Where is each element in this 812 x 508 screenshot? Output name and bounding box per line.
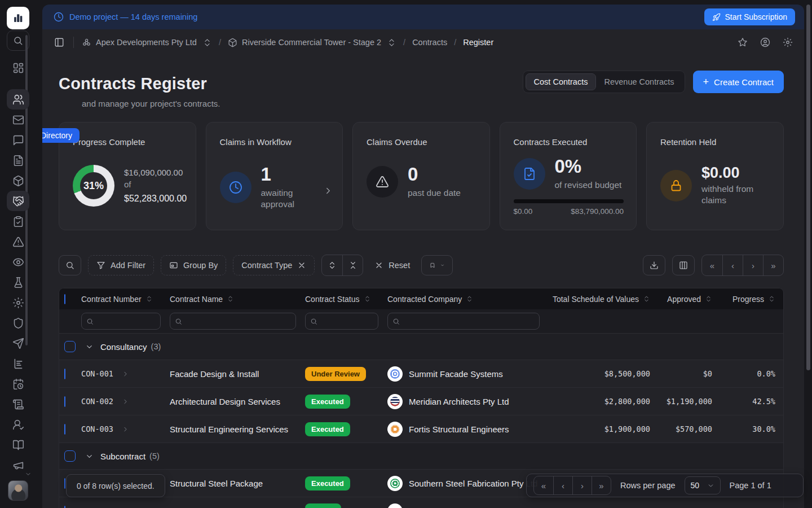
col-contracted-company[interactable]: Contracted Company xyxy=(387,295,549,304)
scroll-icon[interactable] xyxy=(7,394,29,414)
col-total-schedule[interactable]: Total Schedule of Values xyxy=(549,295,658,304)
row-checkbox[interactable] xyxy=(64,506,65,508)
sort-icon xyxy=(705,295,712,303)
eye-icon[interactable] xyxy=(7,252,29,272)
next-page-button[interactable]: › xyxy=(572,476,592,494)
directory-tooltip: Directory xyxy=(42,128,80,143)
package-icon[interactable] xyxy=(7,170,29,191)
prev-page-button[interactable]: ‹ xyxy=(553,476,572,494)
group-checkbox[interactable] xyxy=(64,341,76,352)
saved-views-button[interactable] xyxy=(421,255,453,275)
chevron-right-icon[interactable] xyxy=(323,186,333,196)
search-button[interactable] xyxy=(59,255,81,275)
first-page-button[interactable]: « xyxy=(534,476,553,494)
prev-page-button[interactable]: ‹ xyxy=(722,255,743,275)
card-claims-in-workflow[interactable]: Claims in Workflow 1 awaiting approval xyxy=(206,122,343,230)
table-header: Contract Number Contract Name Contract S… xyxy=(59,288,783,309)
tab-cost-contracts[interactable]: Cost Contracts xyxy=(526,73,597,90)
row-checkbox[interactable] xyxy=(64,396,65,407)
send-icon[interactable] xyxy=(7,333,29,353)
clock-icon xyxy=(54,12,64,22)
chevron-right-icon[interactable] xyxy=(122,370,129,378)
tab-revenue-contracts[interactable]: Revenue Contracts xyxy=(596,73,682,90)
col-contract-status[interactable]: Contract Status xyxy=(305,295,387,304)
status-badge: Executed xyxy=(305,422,350,436)
app-logo[interactable] xyxy=(7,7,29,29)
group-checkbox[interactable] xyxy=(64,450,76,462)
create-contract-button[interactable]: + Create Contract xyxy=(693,71,784,93)
shield-icon[interactable] xyxy=(7,313,29,333)
download-button[interactable] xyxy=(643,255,665,275)
mail-icon[interactable] xyxy=(7,110,29,130)
filter-company-input[interactable] xyxy=(387,313,540,330)
sort-icon xyxy=(643,295,650,303)
table-row[interactable]: CON-002 Architectural Design Services Ex… xyxy=(59,388,783,415)
table-filter-row xyxy=(59,309,783,334)
first-page-button[interactable]: « xyxy=(702,255,722,275)
breadcrumb-contracts[interactable]: Contracts xyxy=(412,38,447,47)
columns-button[interactable] xyxy=(672,255,695,275)
book-open-icon[interactable] xyxy=(7,435,29,455)
breadcrumb-project[interactable]: Riverside Commercial Tower - Stage 2 xyxy=(228,38,396,47)
group-row-subcontract[interactable]: Subcontract (5) xyxy=(59,443,783,470)
sidebar-item-directory[interactable] xyxy=(7,89,29,110)
chevron-right-icon[interactable] xyxy=(122,398,129,405)
document-icon[interactable] xyxy=(7,150,29,170)
filter-contract-status-input[interactable] xyxy=(305,313,378,330)
group-chip-contract-type[interactable]: Contract Type xyxy=(233,255,315,275)
sidebar-item-contracts-handshake[interactable] xyxy=(7,191,29,211)
col-approved[interactable]: Approved xyxy=(658,295,720,304)
reset-button[interactable]: Reset xyxy=(370,255,414,275)
chevron-down-icon[interactable] xyxy=(85,452,94,461)
col-progress[interactable]: Progress xyxy=(720,295,783,304)
filter-contract-number-input[interactable] xyxy=(81,313,161,330)
download-icon xyxy=(650,261,659,270)
lock-icon xyxy=(660,170,692,202)
search-icon xyxy=(65,261,74,270)
table-row[interactable]: CON-003 Structural Engineering Services … xyxy=(59,415,783,443)
flask-icon[interactable] xyxy=(7,272,29,292)
dashboard-grid-icon[interactable] xyxy=(7,58,29,78)
page-scrollbar[interactable] xyxy=(806,5,810,370)
col-contract-name[interactable]: Contract Name xyxy=(170,295,305,304)
calendar-clock-icon[interactable] xyxy=(7,374,29,394)
user-circle-icon[interactable] xyxy=(760,37,770,47)
user-check-icon[interactable] xyxy=(7,414,29,435)
alert-triangle-icon[interactable] xyxy=(7,231,29,252)
chat-icon[interactable] xyxy=(7,130,29,150)
sidebar-more-chevron[interactable] xyxy=(25,470,32,476)
gear-icon[interactable] xyxy=(7,292,29,313)
pagination-bar: « ‹ › » Rows per page 50 Page 1 of 1 xyxy=(526,474,804,497)
chevron-down-icon[interactable] xyxy=(85,343,94,351)
expand-all-button[interactable] xyxy=(322,255,342,275)
last-page-button[interactable]: » xyxy=(763,255,783,275)
list-tree-icon[interactable] xyxy=(7,353,29,374)
gear-icon[interactable] xyxy=(783,37,793,47)
group-row-consultancy[interactable]: Consultancy (3) xyxy=(59,334,783,360)
row-checkbox[interactable] xyxy=(64,369,65,379)
panel-left-icon[interactable] xyxy=(51,34,68,51)
filter-contract-name-input[interactable] xyxy=(170,313,296,330)
row-checkbox[interactable] xyxy=(64,424,65,435)
chevron-right-icon[interactable] xyxy=(122,426,129,433)
select-all-checkbox[interactable] xyxy=(64,294,65,304)
star-icon[interactable] xyxy=(738,37,748,47)
next-page-button[interactable]: › xyxy=(743,255,763,275)
table-row[interactable]: CON-001 Facade Design & Install Under Re… xyxy=(59,360,783,388)
company-avatar xyxy=(387,422,403,437)
row-checkbox[interactable] xyxy=(64,478,65,489)
last-page-button[interactable]: » xyxy=(592,476,611,494)
collapse-all-button[interactable] xyxy=(342,255,363,275)
rows-per-page-select[interactable]: 50 xyxy=(685,476,721,494)
user-avatar[interactable] xyxy=(8,480,28,501)
group-by-button[interactable]: Group By xyxy=(161,255,226,275)
breadcrumb-org[interactable]: Apex Developments Pty Ltd xyxy=(82,38,212,47)
sidebar xyxy=(0,0,36,508)
add-filter-button[interactable]: Add Filter xyxy=(88,255,154,275)
clipboard-check-icon[interactable] xyxy=(7,211,29,231)
table-row[interactable] xyxy=(59,497,783,508)
start-subscription-button[interactable]: Start Subscription xyxy=(704,8,796,25)
x-icon[interactable] xyxy=(297,261,306,270)
col-contract-number[interactable]: Contract Number xyxy=(81,295,170,304)
main-panel: Demo project — 14 days remaining Start S… xyxy=(42,5,804,508)
